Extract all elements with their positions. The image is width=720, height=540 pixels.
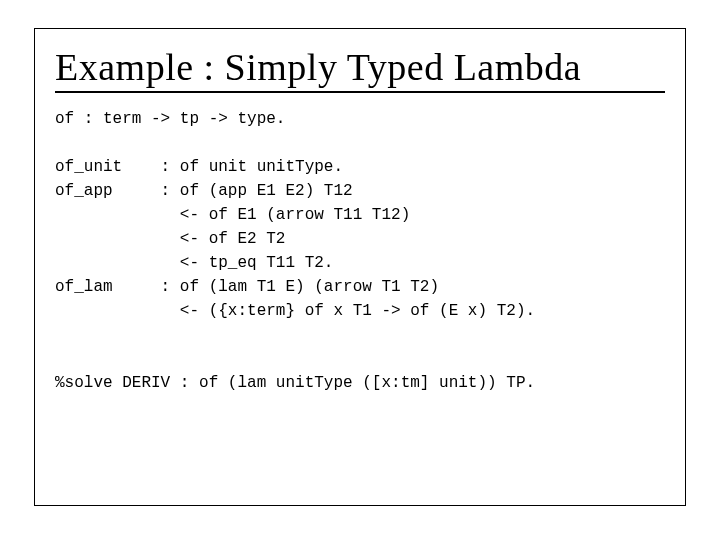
code-line: <- tp_eq T11 T2.: [55, 254, 333, 272]
slide-frame: Example : Simply Typed Lambda of : term …: [34, 28, 686, 506]
code-block: of : term -> tp -> type. of_unit : of un…: [55, 107, 665, 395]
slide-title: Example : Simply Typed Lambda: [55, 45, 665, 93]
code-line: of_unit : of unit unitType.: [55, 158, 343, 176]
code-line: <- of E2 T2: [55, 230, 285, 248]
code-line: of : term -> tp -> type.: [55, 110, 285, 128]
code-line: %solve DERIV : of (lam unitType ([x:tm] …: [55, 374, 535, 392]
code-line: <- of E1 (arrow T11 T12): [55, 206, 410, 224]
slide: Example : Simply Typed Lambda of : term …: [0, 0, 720, 540]
code-line: <- ({x:term} of x T1 -> of (E x) T2).: [55, 302, 535, 320]
code-line: of_lam : of (lam T1 E) (arrow T1 T2): [55, 278, 439, 296]
code-line: of_app : of (app E1 E2) T12: [55, 182, 353, 200]
